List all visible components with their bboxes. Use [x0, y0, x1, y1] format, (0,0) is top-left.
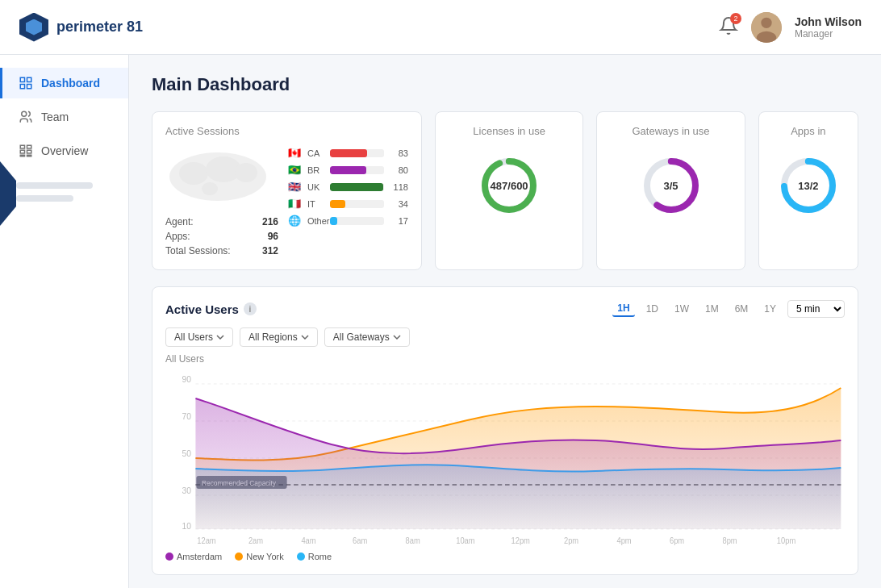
- legend-dot-rome: [297, 553, 305, 561]
- count-uk: 118: [389, 182, 408, 192]
- sidebar-label-overview: Overview: [41, 144, 88, 157]
- track-it: [330, 200, 384, 208]
- world-map-icon: [165, 147, 270, 207]
- time-1y[interactable]: 1Y: [759, 302, 781, 316]
- bar-br: 🇧🇷 BR 80: [288, 164, 408, 176]
- notification-badge: 2: [730, 13, 741, 24]
- legend-rome: Rome: [297, 552, 332, 561]
- svg-rect-6: [27, 85, 31, 89]
- time-1m[interactable]: 1M: [700, 302, 724, 316]
- stat-sessions-label: Total Sessions:: [165, 245, 231, 256]
- flag-br: 🇧🇷: [288, 164, 303, 176]
- licenses-title: Licenses in use: [473, 125, 545, 137]
- svg-text:70: 70: [182, 411, 192, 421]
- app-name: perimeter 81: [56, 19, 143, 35]
- legend-label-amsterdam: Amsterdam: [177, 552, 222, 561]
- logo-icon: [19, 13, 48, 42]
- svg-text:8pm: 8pm: [722, 536, 737, 545]
- filter-regions[interactable]: All Regions: [240, 327, 318, 347]
- stat-sessions-value: 312: [262, 245, 278, 256]
- bar-uk: 🇬🇧 UK 118: [288, 181, 408, 193]
- fill-ca: [330, 149, 367, 157]
- time-1h[interactable]: 1H: [612, 301, 634, 317]
- svg-text:6pm: 6pm: [670, 536, 684, 545]
- gateways-title: Gateways in use: [632, 125, 709, 137]
- chart-subtitle: All Users: [165, 353, 845, 365]
- count-other: 17: [389, 216, 408, 226]
- user-role: Manager: [795, 28, 862, 40]
- nav-right: 2 John Wilson Manager: [719, 12, 862, 43]
- sidebar-item-overview[interactable]: Overview: [0, 136, 128, 166]
- time-1d[interactable]: 1D: [641, 302, 663, 316]
- legend-newyork: New York: [235, 552, 283, 561]
- svg-point-1: [761, 17, 771, 27]
- sessions-stats: Agent: 216 Apps: 96 Total Sessions: 312: [165, 216, 278, 256]
- sessions-title: Active Sessions: [165, 125, 408, 137]
- app-layout: Dashboard Team Overview Main Dashboard: [0, 55, 881, 588]
- interval-select[interactable]: 5 min 15 min 1 hour: [787, 300, 845, 318]
- gateways-donut: 3/5: [639, 153, 704, 218]
- legend-dot-amsterdam: [165, 553, 173, 561]
- svg-text:6am: 6am: [353, 536, 367, 545]
- svg-text:30: 30: [182, 486, 192, 495]
- label-it: IT: [307, 199, 325, 209]
- filter-gateways[interactable]: All Gateways: [324, 327, 410, 347]
- svg-rect-11: [27, 150, 31, 153]
- section-header: Active Users i 1H 1D 1W 1M 6M 1Y 5 min 1…: [165, 300, 845, 318]
- chart-legend: Amsterdam New York Rome: [165, 552, 845, 561]
- svg-point-17: [235, 163, 257, 182]
- svg-text:10: 10: [182, 521, 192, 531]
- sidebar-extra: [0, 169, 128, 221]
- bar-ca: 🇨🇦 CA 83: [288, 147, 408, 159]
- track-br: [330, 166, 384, 174]
- svg-text:4pm: 4pm: [616, 536, 631, 545]
- fill-it: [330, 200, 345, 208]
- sidebar-bar-2: [16, 195, 73, 202]
- svg-text:4am: 4am: [301, 536, 315, 545]
- licenses-donut: 487/600: [477, 153, 541, 218]
- label-ca: CA: [307, 148, 325, 158]
- user-info: John Wilson Manager: [795, 15, 862, 40]
- track-uk: [330, 183, 384, 191]
- legend-amsterdam: Amsterdam: [165, 552, 222, 561]
- count-br: 80: [389, 165, 408, 175]
- user-name: John Wilson: [795, 15, 862, 28]
- svg-rect-13: [27, 155, 31, 156]
- flag-it: 🇮🇹: [288, 198, 303, 210]
- label-other: Other: [307, 216, 325, 226]
- time-1w[interactable]: 1W: [670, 302, 694, 316]
- sidebar-bar-1: [16, 182, 93, 189]
- svg-rect-4: [27, 77, 31, 81]
- legend-label-rome: Rome: [308, 552, 332, 561]
- time-controls: 1H 1D 1W 1M 6M 1Y 5 min 15 min 1 hour: [612, 300, 845, 318]
- svg-point-7: [22, 111, 27, 116]
- svg-text:2pm: 2pm: [564, 536, 578, 545]
- svg-text:2am: 2am: [248, 536, 263, 545]
- sessions-bars: 🇨🇦 CA 83 🇧🇷 BR: [288, 147, 408, 256]
- filter-row: All Users All Regions All Gateways: [165, 327, 845, 347]
- svg-rect-9: [27, 145, 31, 148]
- cards-row: Active Sessions: [152, 111, 858, 270]
- sidebar: Dashboard Team Overview: [0, 55, 129, 588]
- label-uk: UK: [307, 182, 325, 192]
- stat-apps-label: Apps:: [165, 231, 190, 242]
- svg-text:12pm: 12pm: [511, 536, 529, 545]
- fill-uk: [330, 183, 383, 191]
- active-users-title: Active Users: [165, 302, 239, 316]
- svg-text:50: 50: [182, 448, 192, 458]
- bar-other: 🌐 Other 17: [288, 215, 408, 227]
- stat-agent-value: 216: [262, 216, 278, 227]
- time-6m[interactable]: 6M: [730, 302, 754, 316]
- sidebar-item-team[interactable]: Team: [0, 102, 128, 132]
- stat-sessions: Total Sessions: 312: [165, 245, 278, 256]
- notification-bell[interactable]: 2: [719, 16, 738, 38]
- apps-card: Apps in 13/2: [758, 111, 858, 270]
- filter-users[interactable]: All Users: [165, 327, 233, 347]
- info-icon[interactable]: i: [244, 302, 257, 315]
- svg-text:8am: 8am: [406, 536, 420, 545]
- fill-other: [330, 217, 337, 225]
- track-ca: [330, 149, 384, 157]
- legend-dot-newyork: [235, 553, 243, 561]
- sidebar-item-dashboard[interactable]: Dashboard: [0, 68, 128, 98]
- avatar[interactable]: [751, 12, 782, 43]
